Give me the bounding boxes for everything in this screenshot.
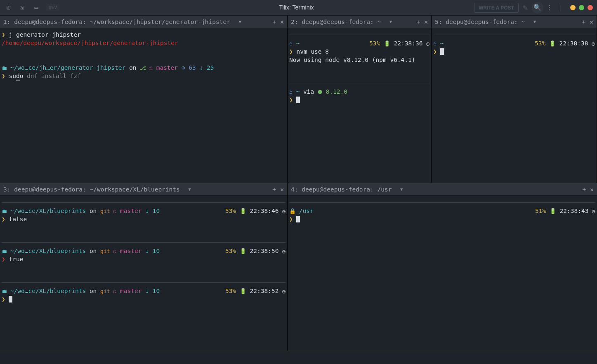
git-branch-icon: ⎌ [149,65,153,71]
dropdown-icon[interactable]: ▼ [239,19,241,25]
home-icon: ⌂ [289,40,293,47]
window-title: Tilix: Terminix [279,4,314,12]
pane-5-tab[interactable]: 5: deepu@deepus-fedora: ~ ▼ +✕ [432,16,597,28]
pane-4-tab[interactable]: 4: deepu@deepus-fedora: /usr ▼ +✕ [288,183,597,196]
pane-2[interactable]: 2: deepu@deepus-fedora: ~ ▼ +✕ ⌂ ~ 53% 🔋… [288,16,432,183]
home-icon: ⌂ [433,40,437,47]
clock-icon: ◷ [592,208,595,214]
clock-icon: ◷ [592,40,595,47]
pane-add-icon[interactable]: + [582,18,586,26]
pane-2-terminal[interactable]: ⌂ ~ 53% 🔋 22:38:36 ◷ ❯ nvm use 8 Now usi… [288,28,431,183]
block-cursor [9,296,12,303]
separator [2,282,286,283]
pane-3-title: 3: deepu@deepus-fedora: ~/workspace/XL/b… [3,185,180,194]
add-down-icon[interactable]: ⇲ [18,4,26,12]
pane-4[interactable]: 4: deepu@deepus-fedora: /usr ▼ +✕ 🔒 /usr… [288,183,597,351]
pane-add-icon[interactable]: + [273,185,276,194]
window-controls [570,5,593,10]
clock-text: 22:38:43 [560,208,589,214]
dropdown-icon[interactable]: ▼ [389,19,392,25]
close-button[interactable] [588,5,593,10]
separator [289,35,429,35]
clock-icon: ◷ [426,40,429,47]
menu-icon[interactable]: ⋮ [546,3,552,12]
separator [2,202,286,203]
battery-icon: 🔋 [550,208,556,214]
pane-close-icon[interactable]: ✕ [424,18,428,26]
pane-5-title: 5: deepu@deepus-fedora: ~ [435,18,525,26]
suggestion-text: dnf install fzf [23,73,81,79]
folder-icon: 🖿 [2,208,10,214]
pane-3-tab[interactable]: 3: deepu@deepus-fedora: ~/workspace/XL/b… [0,183,287,196]
separator [289,83,429,83]
battery-icon: 🔋 [549,40,556,47]
clock-icon: ◷ [282,208,286,214]
cmd-text: nvm use 8 [296,48,329,55]
lock-icon: 🔒 [289,208,299,214]
battery-pct: 51% [535,208,546,214]
pane-3-terminal[interactable]: 🖿 ~/wo…ce/XL/blueprints on git ⎌ master … [0,196,287,351]
block-cursor [296,216,300,222]
clock-text: 22:38:38 [559,40,588,47]
pane-4-title: 4: deepu@deepus-fedora: /usr [291,185,392,194]
write-post-button-ghost: WRITE A POST [474,3,519,13]
battery-pct: 53% [535,40,545,47]
pane-5[interactable]: 5: deepu@deepus-fedora: ~ ▼ +✕ ⌂ ~ 53% 🔋… [432,16,597,183]
titlebar-left: ⎚ ⇲ ▭ DEV [4,4,59,12]
pane-close-icon[interactable]: ✕ [590,18,593,26]
folder-icon: 🖿 [2,248,10,254]
pane-add-icon[interactable]: + [583,185,586,194]
pane-1-terminal[interactable]: ❯ j generator-jhipster /home/deepu/works… [0,28,287,183]
pane-1-title: 1: deepu@deepus-fedora: ~/workspace/jhip… [3,18,230,26]
split-icon[interactable]: ▭ [32,4,40,12]
pane-1[interactable]: 1: deepu@deepus-fedora: ~/workspace/jhip… [0,16,288,183]
node-icon: ⬢ [318,89,322,95]
battery-icon: 🔋 [240,208,246,214]
pane-add-icon[interactable]: + [417,18,420,26]
clock-text: 22:38:36 [394,40,423,47]
battery-pct: 53% [369,40,380,47]
cmd-text: j generator-jhipster [9,31,81,38]
dev-chip: DEV [46,4,59,11]
folder-icon: 🖿 [2,288,10,294]
minimize-button[interactable] [570,5,576,10]
dropdown-icon[interactable]: ▼ [400,187,403,192]
home-icon: ⌂ [289,89,293,95]
pane-add-icon[interactable]: + [273,18,276,26]
pwd-text: /usr [299,208,314,214]
github-icon: ⎇ [140,65,149,71]
pane-2-title: 2: deepu@deepus-fedora: ~ [291,18,381,26]
maximize-button[interactable] [579,5,584,10]
pane-close-icon[interactable]: ✕ [590,185,594,194]
pane-3[interactable]: 3: deepu@deepus-fedora: ~/workspace/XL/b… [0,183,288,351]
new-session-icon[interactable]: ⎚ [4,4,12,12]
path-output: /home/deepu/workspace/jhipster/generator… [2,39,286,47]
output-text: Now using node v8.12.0 (npm v6.4.1) [289,56,429,64]
background-browser-ui: WRITE A POST ✎ [474,2,543,14]
pwd-text: ~/wo…ce/jh…er/generator-jhipster [10,64,125,71]
dropdown-icon[interactable]: ▼ [533,19,536,25]
dropdown-icon[interactable]: ▼ [189,187,191,192]
block-cursor [296,97,300,103]
pane-4-terminal[interactable]: 🔒 /usr 51% 🔋 22:38:43 ◷ ❯ [288,196,597,351]
avatar-ghost [532,2,543,14]
git-icon: git [100,208,113,214]
pane-5-terminal[interactable]: ⌂ ~ 53% 🔋 22:38:38 ◷ ❯ [432,28,597,183]
block-cursor [440,48,444,55]
separator [2,242,286,243]
pane-1-tab[interactable]: 1: deepu@deepus-fedora: ~/workspace/jhip… [0,16,287,28]
window-titlebar: ⎚ ⇲ ▭ DEV Tilix: Terminix WRITE A POST ✎… [0,0,597,16]
pane-close-icon[interactable]: ✕ [280,18,284,26]
pane-2-tab[interactable]: 2: deepu@deepus-fedora: ~ ▼ +✕ [288,16,431,28]
battery-icon: 🔋 [384,40,390,47]
cursor: d [16,73,20,80]
folder-icon: 🖿 [2,65,10,71]
pane-close-icon[interactable]: ✕ [280,185,284,194]
separator [433,35,595,35]
separator [289,202,595,203]
terminal-grid: 1: deepu@deepus-fedora: ~/workspace/jhip… [0,16,597,364]
